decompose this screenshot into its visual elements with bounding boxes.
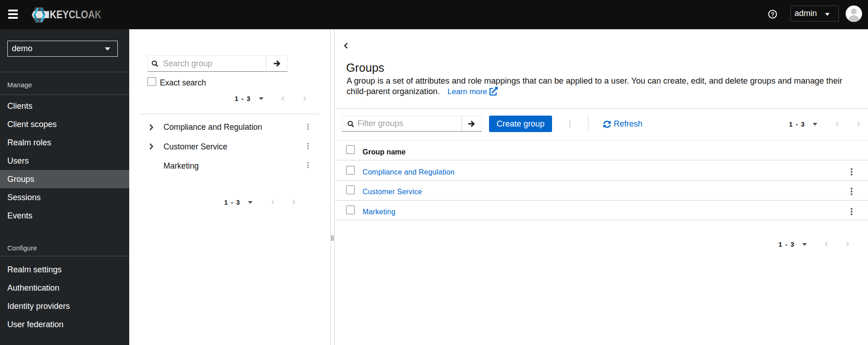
svg-text:KEYCLOAK: KEYCLOAK [50,9,101,21]
svg-text:?: ? [771,11,774,18]
